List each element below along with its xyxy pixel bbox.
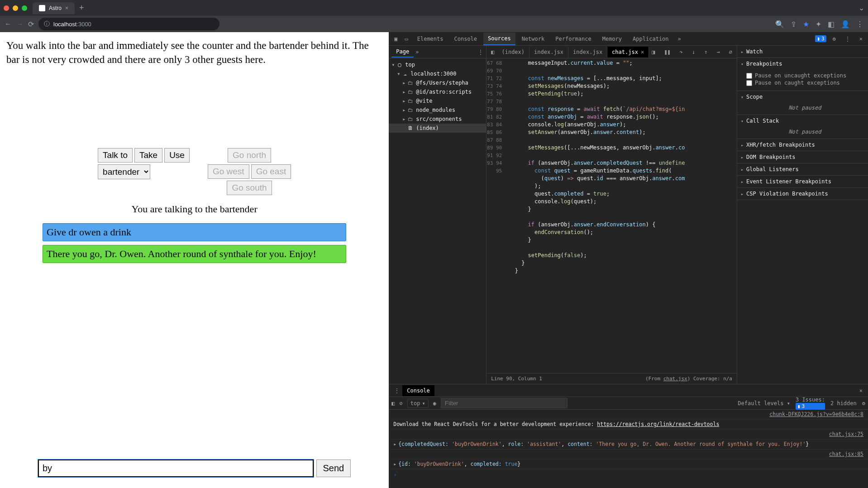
step-out-icon[interactable]: ↑ — [701, 49, 710, 55]
tree-top[interactable]: ▾▢top — [389, 60, 486, 69]
drawer-kebab-icon[interactable]: ⋮ — [391, 388, 402, 394]
toggle-debugger-icon[interactable]: ◨ — [649, 49, 658, 55]
inspect-icon[interactable]: ▣ — [391, 36, 400, 42]
address-bar[interactable]: ⓘ localhost:3000 — [38, 18, 219, 30]
sidebar-kebab-icon[interactable]: ⋮ — [478, 49, 483, 55]
editor-tab-indexjsx1[interactable]: index.jsx — [529, 47, 568, 57]
csp-section[interactable]: ▸CSP Violation Breakpoints — [737, 188, 868, 200]
console-prompt[interactable]: › — [389, 469, 868, 481]
bookmark-icon[interactable]: ★ — [803, 20, 809, 29]
pause-icon[interactable]: ❚❚ — [661, 49, 673, 55]
tab-application[interactable]: Application — [628, 33, 673, 45]
log-source[interactable]: chunk-DFKQJ226.js?v=9e6b4e8c:8 — [769, 411, 863, 418]
toggle-sidebar-icon[interactable]: ◧ — [391, 400, 395, 407]
browser-tab[interactable]: Astro × — [33, 2, 75, 14]
deactivate-bp-icon[interactable]: ⌀ — [726, 49, 735, 55]
expand-icon[interactable]: ▸ — [393, 460, 396, 468]
maximize-window[interactable] — [22, 5, 27, 11]
profile-icon[interactable]: 👤 — [841, 20, 850, 29]
talk-to-button[interactable]: Talk to — [98, 148, 133, 163]
page-tab[interactable]: Page — [391, 47, 414, 57]
tab-elements[interactable]: Elements — [413, 33, 448, 45]
editor-tab-indexjsx2[interactable]: index.jsx — [568, 47, 607, 57]
tabs-dropdown-icon[interactable]: ⌄ — [858, 4, 864, 12]
step-icon[interactable]: → — [714, 49, 723, 55]
watch-section[interactable]: ▸Watch — [737, 46, 868, 57]
expand-icon[interactable]: ▸ — [393, 440, 396, 448]
reload-icon[interactable]: ⟳ — [28, 20, 34, 29]
tree-host[interactable]: ▾☁localhost:3000 — [389, 69, 486, 78]
dom-section[interactable]: ▸DOM Breakpoints — [737, 151, 868, 163]
tab-memory[interactable]: Memory — [598, 33, 626, 45]
console-filter-input[interactable] — [441, 398, 568, 408]
more-tabs-icon[interactable]: » — [675, 36, 684, 42]
tree-fs[interactable]: ▸🗀@fs/Users/stepha — [389, 78, 486, 87]
issues-badge[interactable]: ▮ 3 — [815, 35, 826, 42]
tree-index[interactable]: 🗎(index) — [389, 124, 486, 133]
levels-select[interactable]: Default levels ▾ — [738, 400, 790, 407]
back-icon[interactable]: ← — [5, 20, 12, 28]
editor-tab-chat[interactable]: chat.jsx× — [607, 47, 649, 57]
extensions-icon[interactable]: ✦ — [816, 20, 821, 29]
go-north-button[interactable]: Go north — [228, 148, 271, 163]
sidebar-more-icon[interactable]: » — [415, 49, 419, 55]
editor-tab-index[interactable]: (index) — [497, 47, 529, 57]
share-icon[interactable]: ⇪ — [791, 20, 796, 29]
tree-vite[interactable]: ▸🗀@vite — [389, 96, 486, 105]
tab-console[interactable]: Console — [450, 33, 482, 45]
event-section[interactable]: ▸Event Listener Breakpoints — [737, 176, 868, 187]
log-source[interactable]: chat.jsx:85 — [829, 450, 863, 458]
hidden-count[interactable]: 2 hidden — [830, 400, 857, 407]
xhr-section[interactable]: ▸XHR/fetch Breakpoints — [737, 139, 868, 151]
tree-node[interactable]: ▸🗀node_modules — [389, 105, 486, 115]
tree-components[interactable]: ▸🗀src/components — [389, 115, 486, 124]
site-info-icon[interactable]: ⓘ — [44, 20, 50, 28]
step-into-icon[interactable]: ↓ — [689, 49, 698, 55]
use-button[interactable]: Use — [164, 148, 190, 163]
chat-input[interactable] — [38, 459, 314, 477]
step-over-icon[interactable]: ↷ — [677, 49, 686, 55]
minimize-window[interactable] — [13, 5, 18, 11]
take-button[interactable]: Take — [134, 148, 162, 163]
go-east-button[interactable]: Go east — [251, 164, 291, 179]
menu-icon[interactable]: ⋮ — [856, 20, 863, 29]
new-tab-button[interactable]: + — [79, 3, 84, 13]
close-drawer-icon[interactable]: × — [857, 388, 865, 394]
console-log: Download the React DevTools for a better… — [389, 420, 868, 430]
tree-astro[interactable]: ▸🗀@id/astro:scripts — [389, 87, 486, 96]
go-south-button[interactable]: Go south — [227, 181, 272, 195]
log-source[interactable]: chat.jsx:75 — [829, 431, 863, 438]
device-toggle-icon[interactable]: ▭ — [402, 36, 410, 42]
pause-caught-checkbox[interactable]: Pause on caught exceptions — [746, 80, 863, 86]
forward-icon[interactable]: → — [16, 20, 24, 28]
search-icon[interactable]: 🔍 — [775, 20, 784, 29]
devtools-link[interactable]: https://reactjs.org/link/react-devtools — [597, 421, 719, 427]
callstack-section[interactable]: ▾Call Stack — [737, 115, 868, 127]
send-button[interactable]: Send — [316, 459, 351, 477]
console-log: ▸ {completedQuest: 'buyDrOwenDrink', rol… — [389, 440, 868, 450]
close-tab-icon[interactable]: × — [65, 5, 68, 11]
target-select[interactable]: bartender — [98, 164, 150, 179]
issues-link[interactable]: 3 Issues: ▮ 3 — [796, 397, 825, 410]
global-section[interactable]: ▸Global Listeners — [737, 163, 868, 175]
breakpoints-section[interactable]: ▾Breakpoints — [737, 58, 868, 70]
close-devtools-icon[interactable]: × — [857, 36, 865, 42]
go-west-button[interactable]: Go west — [208, 164, 249, 179]
close-tab-icon[interactable]: × — [641, 49, 644, 55]
console-settings-icon[interactable]: ⚙ — [862, 400, 865, 407]
kebab-icon[interactable]: ⋮ — [842, 36, 853, 42]
tab-network[interactable]: Network — [517, 33, 549, 45]
scope-section[interactable]: ▾Scope — [737, 91, 868, 103]
tab-performance[interactable]: Performance — [551, 33, 596, 45]
code-editor[interactable]: 67 68 69 70 71 72 73 74 75 76 77 78 79 8… — [486, 58, 737, 373]
settings-icon[interactable]: ⚙ — [830, 36, 839, 42]
clear-console-icon[interactable]: ⊘ — [399, 400, 402, 407]
close-window[interactable] — [4, 5, 9, 11]
live-expr-icon[interactable]: ◉ — [433, 400, 436, 407]
toggle-navigator-icon[interactable]: ◧ — [488, 49, 497, 55]
tab-sources[interactable]: Sources — [483, 33, 515, 45]
sidepanel-icon[interactable]: ◧ — [828, 20, 835, 29]
pause-uncaught-checkbox[interactable]: Pause on uncaught exceptions — [746, 72, 863, 79]
console-tab[interactable]: Console — [402, 385, 434, 396]
context-select[interactable]: top ▾ — [407, 399, 429, 408]
